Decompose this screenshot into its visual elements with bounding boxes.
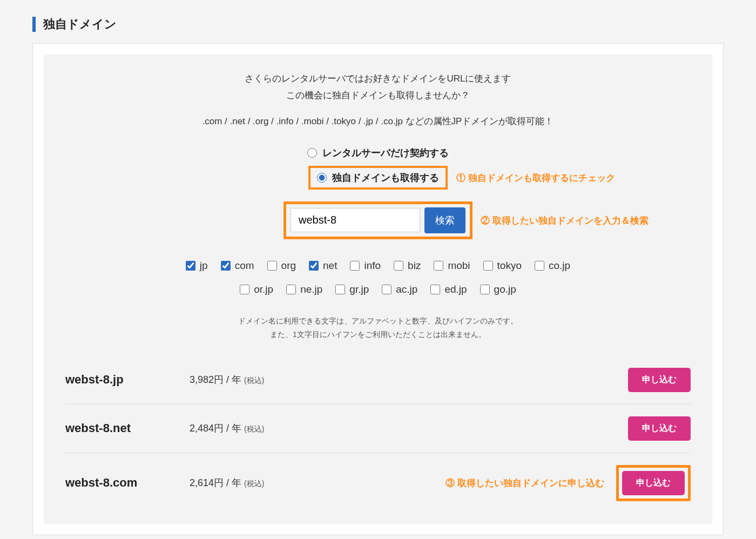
tld-label: biz [408,254,421,277]
tld-checkbox-biz[interactable]: biz [394,254,421,277]
tld-label: gr.jp [349,278,369,301]
search-results: webst-8.jp3,982円 / 年 (税込)申し込むwebst-8.net… [65,356,691,513]
radio-server-only-label: レンタルサーバだけ契約する [322,146,449,159]
radio-with-domain-label: 独自ドメインも取得する [332,171,439,184]
result-row: webst-8.jp3,982円 / 年 (税込)申し込む [65,356,691,405]
tld-checkbox-input-mobi[interactable] [434,261,443,271]
tld-checkbox-net[interactable]: net [309,254,337,277]
tld-label: go.jp [494,278,516,301]
domain-search-wrap: 検索 ② 取得したい独自ドメインを入力＆検索 [65,201,691,239]
radio-with-domain[interactable]: 独自ドメインも取得する ① 独自ドメインも取得するにチェック [308,166,448,190]
tld-checkbox-input-co-jp[interactable] [535,261,544,271]
tld-label: ne.jp [300,278,322,301]
tld-checkbox-input-ac-jp[interactable] [382,285,392,294]
tld-checkbox-input-org[interactable] [267,261,277,271]
tld-label: com [235,254,254,277]
tld-checkbox-com[interactable]: com [221,254,254,277]
result-domain-name: webst-8.net [65,421,190,435]
tld-label: or.jp [254,278,273,301]
tld-checkbox-ne-jp[interactable]: ne.jp [286,278,322,301]
tld-label: ed.jp [444,278,467,301]
tld-label: mobi [448,254,470,277]
radio-server-only-input[interactable] [307,148,317,158]
tld-checkbox-input-net[interactable] [309,261,319,271]
title-accent-bar [32,17,36,32]
tld-checkbox-input-ne-jp[interactable] [286,285,296,294]
tld-checkbox-input-ed-jp[interactable] [430,285,440,294]
apply-button-highlight: 申し込む [616,465,691,501]
section-title: 独自ドメイン [32,11,724,43]
tld-checkbox-input-biz[interactable] [394,261,403,271]
contract-option-radios: レンタルサーバだけ契約する 独自ドメインも取得する ① 独自ドメインも取得するに… [65,143,691,190]
annotation-2: ② 取得したい独自ドメインを入力＆検索 [481,214,649,226]
domain-help-text: ドメイン名に利用できる文字は、アルファベットと数字、及びハイフンのみです。 また… [65,314,691,341]
radio-server-only[interactable]: レンタルサーバだけ契約する [301,143,455,163]
apply-button[interactable]: 申し込む [628,368,691,392]
tld-checkbox-ac-jp[interactable]: ac.jp [382,278,417,301]
tld-checkbox-group: jpcomorgnetinfobizmobitokyoco.jpor.jpne.… [65,254,691,302]
tld-label: info [364,254,381,277]
tld-label: tokyo [497,254,522,277]
intro-line-3: .com / .net / .org / .info / .mobi / .to… [65,113,691,130]
annotation-3: ③ 取得したい独自ドメインに申し込む [446,477,604,489]
tld-label: ac.jp [396,278,417,301]
result-domain-name: webst-8.jp [65,373,190,387]
tld-checkbox-org[interactable]: org [267,254,296,277]
tld-checkbox-tokyo[interactable]: tokyo [483,254,522,277]
tld-checkbox-or-jp[interactable]: or.jp [240,278,273,301]
tld-checkbox-input-jp[interactable] [186,261,195,271]
result-domain-name: webst-8.com [65,476,190,490]
tld-checkbox-input-gr-jp[interactable] [335,285,345,294]
tld-checkbox-gr-jp[interactable]: gr.jp [335,278,369,301]
tld-checkbox-co-jp[interactable]: co.jp [535,254,570,277]
help-line-1: ドメイン名に利用できる文字は、アルファベットと数字、及びハイフンのみです。 [65,314,691,328]
domain-search-highlight: 検索 ② 取得したい独自ドメインを入力＆検索 [284,201,473,239]
help-line-2: また、1文字目にハイフンをご利用いただくことは出来ません。 [65,328,691,341]
tld-checkbox-input-or-jp[interactable] [240,285,249,294]
intro-line-2: この機会に独自ドメインも取得しませんか？ [65,87,691,104]
inner-panel: さくらのレンタルサーバではお好きなドメインをURLに使えます この機会に独自ドメ… [44,55,712,524]
domain-input[interactable] [291,208,420,232]
intro-line-1: さくらのレンタルサーバではお好きなドメインをURLに使えます [65,71,691,87]
radio-with-domain-input[interactable] [317,173,327,183]
apply-button[interactable]: 申し込む [622,471,685,495]
tld-label: co.jp [549,254,570,277]
search-button[interactable]: 検索 [424,207,465,233]
apply-button[interactable]: 申し込む [628,416,691,441]
tld-checkbox-input-tokyo[interactable] [483,261,493,271]
content-box: さくらのレンタルサーバではお好きなドメインをURLに使えます この機会に独自ドメ… [32,43,724,535]
tld-checkbox-mobi[interactable]: mobi [434,254,470,277]
tld-checkbox-info[interactable]: info [350,254,381,277]
tld-checkbox-input-com[interactable] [221,261,231,271]
tld-label: jp [200,254,208,277]
tld-checkbox-input-info[interactable] [350,261,360,271]
result-row: ③ 取得したい独自ドメインに申し込むwebst-8.com2,614円 / 年 … [65,453,691,513]
page-title: 独自ドメイン [43,16,117,32]
result-row: webst-8.net2,484円 / 年 (税込)申し込む [65,405,691,453]
tld-checkbox-go-jp[interactable]: go.jp [480,278,516,301]
result-price: 2,484円 / 年 (税込) [190,422,628,435]
result-price: 3,982円 / 年 (税込) [190,373,628,386]
tld-checkbox-input-go-jp[interactable] [480,285,490,294]
tld-label: org [281,254,296,277]
annotation-1: ① 独自ドメインも取得するにチェック [456,171,615,184]
tld-label: net [323,254,337,277]
tld-checkbox-jp[interactable]: jp [186,254,208,277]
tld-checkbox-ed-jp[interactable]: ed.jp [430,278,467,301]
